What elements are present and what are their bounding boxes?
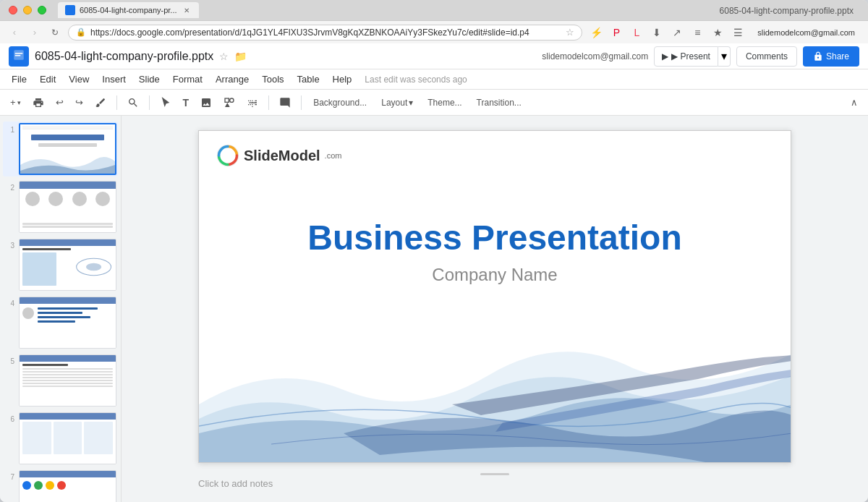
app-content: 6085-04-light-company-profile.pptx ☆ 📁 s… [0,43,868,502]
slide-num-2: 2 [4,181,14,192]
slide-preview-4 [19,297,116,349]
comment-tool[interactable] [275,93,295,112]
refresh-icon2[interactable]: ↗ [669,25,685,41]
slide-num-1: 1 [4,123,14,134]
undo-button[interactable]: ↩ [51,93,68,112]
user-account: slidemodelcom@gmail.com [542,51,648,61]
menu-insert[interactable]: Insert [96,71,132,88]
bookmark-icon[interactable]: ☆ [566,27,574,38]
slide-thumb-1[interactable]: 1 [3,122,118,176]
svg-point-6 [86,263,101,271]
shapes-tool[interactable] [219,93,239,112]
svg-rect-2 [15,55,21,56]
slidemodel-logo-text: SlideModel [244,148,320,164]
close-button[interactable] [9,6,17,14]
slide-thumb-5[interactable]: 5 [3,353,118,408]
menu-bar: File Edit View Insert Slide Format Arran… [0,69,868,90]
extensions-icon[interactable]: ⚡ [588,25,604,41]
background-button[interactable]: Background... [307,93,373,112]
toolbar-separator-4 [301,95,302,110]
present-dropdown[interactable]: ▾ [718,46,731,67]
title-bar: 6085-04-light-company-pr... ✕ 6085-04-li… [0,0,868,20]
slide-preview-5 [19,354,116,407]
slide-canvas[interactable]: SlideModel .com Business Presentation Co… [198,130,791,463]
slide-thumb-4[interactable]: 4 [3,295,118,350]
slidemodel-title: 6085-04-light-company-profile.pptx [720,6,854,16]
address-bar: ‹ › ↻ 🔒 https://docs.google.com/presenta… [0,20,868,43]
forward-button[interactable]: › [27,25,42,40]
transition-button[interactable]: Transition... [471,93,527,112]
slide-main-title: Business Presentation [199,218,791,258]
menu-help[interactable]: Help [327,71,358,88]
refresh-button[interactable]: ↻ [48,25,62,40]
slide-thumb-6[interactable]: 6 [3,411,118,466]
slide-thumb-3[interactable]: 3 [3,237,118,292]
folder-icon[interactable]: 📁 [234,51,247,62]
main-area: 1 [0,116,868,502]
last-edit-status: Last edit was seconds ago [365,75,467,85]
insert-button[interactable]: + ▾ [6,93,25,112]
layout-button[interactable]: Layout▾ [375,93,419,112]
slide-num-4: 4 [4,297,14,307]
present-icon: ▶ [662,51,668,61]
text-tool[interactable]: T [179,93,194,112]
cursor-tool[interactable] [156,93,176,112]
pocket-icon[interactable]: L [629,25,644,41]
present-button[interactable]: ▶ ▶ Present [654,46,718,67]
menu-slide[interactable]: Slide [133,71,166,88]
collapse-panel-button[interactable]: ∧ [846,93,862,112]
slidemodel-logo-icon [216,144,239,167]
present-button-group: ▶ ▶ Present ▾ [654,46,731,67]
menu-file[interactable]: File [6,71,33,88]
svg-rect-3 [225,98,229,102]
tab-close-button[interactable]: ✕ [182,5,192,15]
slide-subtitle: Company Name [199,265,791,285]
slide-title-area: Business Presentation Company Name [199,218,791,285]
app-header: 6085-04-light-company-profile.pptx ☆ 📁 s… [0,43,868,69]
print-button[interactable] [28,93,48,112]
svg-point-4 [230,98,234,102]
browser-window: 6085-04-light-company-pr... ✕ 6085-04-li… [0,0,868,502]
line-tool[interactable] [242,93,263,112]
svg-rect-1 [15,53,23,54]
pinterest-icon[interactable]: P [608,25,624,41]
menu-tools[interactable]: Tools [256,71,289,88]
file-name: 6085-04-light-company-profile.pptx [35,50,213,63]
menu-edit[interactable]: Edit [34,71,61,88]
slide-panel: 1 [0,116,122,502]
menu-table[interactable]: Table [292,71,326,88]
slidemodel-logo-com: .com [325,151,342,160]
browser-tab[interactable]: 6085-04-light-company-pr... ✕ [58,2,199,18]
menu-icon[interactable]: ☰ [730,25,746,41]
menu-arrange[interactable]: Arrange [210,71,255,88]
menu-view[interactable]: View [63,71,95,88]
layout-label: Layout [381,98,407,108]
notes-area[interactable]: Click to add notes [198,463,791,496]
zoom-select[interactable] [123,93,143,112]
maximize-button[interactable] [38,6,46,14]
insert-dropdown-icon: ▾ [17,99,21,106]
url-bar[interactable]: 🔒 https://docs.google.com/presentation/d… [68,25,582,41]
image-tool[interactable] [196,93,216,112]
browser-toolbar-icons: ⚡ P L ⬇ ↗ ≡ ★ ☰ [588,25,746,41]
tab-title: 6085-04-light-company-pr... [80,6,177,14]
share-button[interactable]: Share [803,46,859,67]
slide-thumb-2[interactable]: 2 [3,179,118,234]
slide-thumb-7[interactable]: 7 [3,469,118,502]
redo-button[interactable]: ↪ [71,93,88,112]
favorite-icon[interactable]: ☆ [219,51,229,62]
menu-format[interactable]: Format [167,71,208,88]
minimize-button[interactable] [23,6,32,14]
slide-num-6: 6 [4,412,14,423]
theme-button[interactable]: Theme... [422,93,467,112]
layers-icon[interactable]: ≡ [689,25,705,41]
comments-button[interactable]: Comments [736,46,797,67]
plus-icon: + [10,97,16,108]
back-button[interactable]: ‹ [7,25,22,40]
download-icon[interactable]: ⬇ [649,25,665,41]
app-logo [9,46,29,67]
paint-button[interactable] [90,93,111,112]
bookmark-star-icon[interactable]: ★ [710,25,726,41]
tab-favicon [65,5,75,15]
url-text: https://docs.google.com/presentation/d/1… [90,27,561,38]
